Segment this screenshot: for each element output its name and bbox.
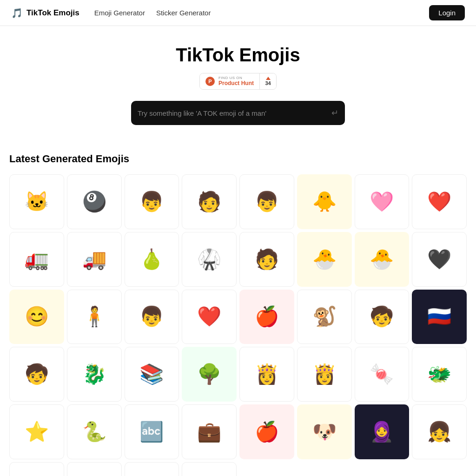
emoji-image: 🔤 xyxy=(125,405,179,459)
emoji-cell[interactable]: 🚛 xyxy=(9,232,64,287)
emoji-image: 🧑 xyxy=(240,232,294,286)
emoji-image: 🩷 xyxy=(355,175,409,229)
emoji-cell[interactable]: 🍎 xyxy=(239,290,294,344)
brand-icon: 🎵 xyxy=(11,7,23,19)
emoji-image: 🐶 xyxy=(297,404,352,459)
emoji-image: 👦 xyxy=(125,175,179,229)
emoji-cell[interactable]: 🍬 xyxy=(355,347,410,402)
navbar: 🎵 TikTok Emojis Emoji Generator Sticker … xyxy=(0,0,476,26)
emoji-cell[interactable]: 🐥 xyxy=(297,174,352,229)
search-wrap: ↵ xyxy=(9,101,467,144)
emoji-cell[interactable]: ❤️ xyxy=(412,174,467,229)
emoji-image: 💼 xyxy=(182,405,236,459)
section-title: Latest Generated Emojis xyxy=(9,153,467,165)
ph-name: Product Hunt xyxy=(218,80,254,86)
emoji-image: 🧑 xyxy=(182,463,236,476)
brand-link[interactable]: 🎵 TikTok Emojis xyxy=(11,7,79,19)
nav-sticker-generator[interactable]: Sticker Generator xyxy=(156,9,211,17)
emoji-image: 🍎 xyxy=(239,404,294,459)
emoji-cell[interactable]: 🚚 xyxy=(67,232,122,287)
emoji-image: 🐉 xyxy=(67,347,121,401)
emoji-image: 🍬 xyxy=(355,347,409,401)
emoji-cell[interactable]: 🐣 xyxy=(355,232,410,287)
emoji-image: 🧒 xyxy=(10,347,64,401)
emoji-cell[interactable]: 🧑 xyxy=(182,174,237,229)
emoji-cell[interactable]: 🧒 xyxy=(355,290,410,344)
latest-emojis-section: Latest Generated Emojis 🐱🎱👦🧑👦🐥🩷❤️🚛🚚🍐🥋🧑🐣🐣… xyxy=(0,153,476,476)
emoji-image: 👦 xyxy=(125,290,179,344)
emoji-cell[interactable]: 🐶 xyxy=(297,404,352,459)
emoji-image: 🧑 xyxy=(182,175,236,229)
emoji-cell[interactable]: 🐍 xyxy=(67,404,122,459)
emoji-cell[interactable]: 🧑 xyxy=(182,462,237,476)
emoji-grid: 🐱🎱👦🧑👦🐥🩷❤️🚛🚚🍐🥋🧑🐣🐣🖤😊🧍👦❤️🍎🐒🧒🇷🇺🧒🐉📚🌳👸👸🍬🐲⭐🐍🔤💼🍎… xyxy=(9,174,467,476)
emoji-cell[interactable]: 🩷 xyxy=(355,174,410,229)
emoji-cell[interactable]: 🍎 xyxy=(239,404,294,459)
emoji-cell[interactable]: 🐣 xyxy=(297,232,352,287)
brand-name: TikTok Emojis xyxy=(26,8,79,18)
enter-icon: ↵ xyxy=(331,108,338,118)
emoji-cell[interactable]: 🍐 xyxy=(125,232,179,287)
emoji-cell[interactable]: 🧒 xyxy=(9,347,64,402)
search-box: ↵ xyxy=(131,101,345,125)
emoji-cell[interactable]: 🧑 xyxy=(239,232,294,287)
emoji-cell[interactable]: 🔤 xyxy=(125,404,179,459)
emoji-image: 🧕 xyxy=(355,404,410,459)
nav-links: Emoji Generator Sticker Generator xyxy=(94,9,211,17)
emoji-image: ❤️ xyxy=(182,290,236,344)
emoji-cell[interactable]: ❤️ xyxy=(182,290,237,344)
emoji-image: 🐒 xyxy=(298,290,351,344)
emoji-cell[interactable]: 💼 xyxy=(182,404,237,459)
emoji-image: ❤️ xyxy=(412,175,466,229)
emoji-image: 🎱 xyxy=(67,175,121,229)
emoji-image: 🚛 xyxy=(10,232,64,286)
emoji-image: 🚚 xyxy=(67,232,121,286)
emoji-cell[interactable]: 🧍 xyxy=(67,290,122,344)
emoji-cell[interactable]: 🐒 xyxy=(297,290,352,344)
login-button[interactable]: Login xyxy=(429,5,465,20)
ph-count: 34 xyxy=(265,80,271,86)
emoji-cell[interactable]: 🖤 xyxy=(412,232,467,287)
emoji-cell[interactable]: 🥋 xyxy=(182,232,237,287)
emoji-cell[interactable]: 🧕 xyxy=(355,404,410,459)
emoji-image: 📚 xyxy=(125,347,179,401)
emoji-cell[interactable]: ⭐ xyxy=(9,404,64,459)
emoji-cell[interactable]: 👧 xyxy=(412,404,467,459)
emoji-image: 😊 xyxy=(9,290,64,344)
emoji-cell[interactable]: 🎭 xyxy=(125,462,179,476)
emoji-image: 🐲 xyxy=(412,347,466,401)
page-title: TikTok Emojis xyxy=(9,45,467,66)
product-hunt-badge[interactable]: P FIND US ON Product Hunt 34 xyxy=(199,73,277,90)
emoji-image: 👧 xyxy=(67,463,121,476)
hero-section: TikTok Emojis P FIND US ON Product Hunt … xyxy=(0,26,476,153)
emoji-image: 👧 xyxy=(412,405,466,459)
emoji-cell[interactable]: 😊 xyxy=(9,290,64,344)
search-input[interactable] xyxy=(138,109,331,117)
emoji-cell[interactable]: 👦 xyxy=(239,174,294,229)
nav-emoji-generator[interactable]: Emoji Generator xyxy=(94,9,145,17)
emoji-cell[interactable]: 🇷🇺 xyxy=(412,290,467,344)
emoji-image: 🧍 xyxy=(67,290,121,344)
emoji-cell[interactable]: 👸 xyxy=(239,347,294,402)
emoji-cell[interactable]: 🐉 xyxy=(67,347,122,402)
emoji-cell[interactable]: 👧 xyxy=(9,462,64,476)
emoji-cell[interactable]: 🐲 xyxy=(412,347,467,402)
emoji-cell[interactable]: 👦 xyxy=(125,174,179,229)
emoji-cell[interactable]: 🐱 xyxy=(9,174,64,229)
emoji-image: 👦 xyxy=(240,175,294,229)
ph-left-section: P FIND US ON Product Hunt xyxy=(200,73,259,89)
emoji-image: 🇷🇺 xyxy=(412,290,467,344)
emoji-cell[interactable]: 👸 xyxy=(297,347,352,402)
emoji-cell[interactable]: 🎱 xyxy=(67,174,122,229)
emoji-cell[interactable]: 👦 xyxy=(125,290,179,344)
ph-triangle-icon xyxy=(266,77,271,80)
emoji-cell[interactable]: 👧 xyxy=(67,462,122,476)
emoji-image: 👸 xyxy=(240,347,294,401)
emoji-image: 👸 xyxy=(298,347,351,401)
emoji-image: 🎭 xyxy=(125,463,179,476)
emoji-image: 🐍 xyxy=(67,405,121,459)
ph-upvote-section: 34 xyxy=(259,73,276,89)
emoji-image: 🐣 xyxy=(297,232,352,287)
emoji-cell[interactable]: 📚 xyxy=(125,347,179,402)
emoji-cell[interactable]: 🌳 xyxy=(182,347,237,402)
